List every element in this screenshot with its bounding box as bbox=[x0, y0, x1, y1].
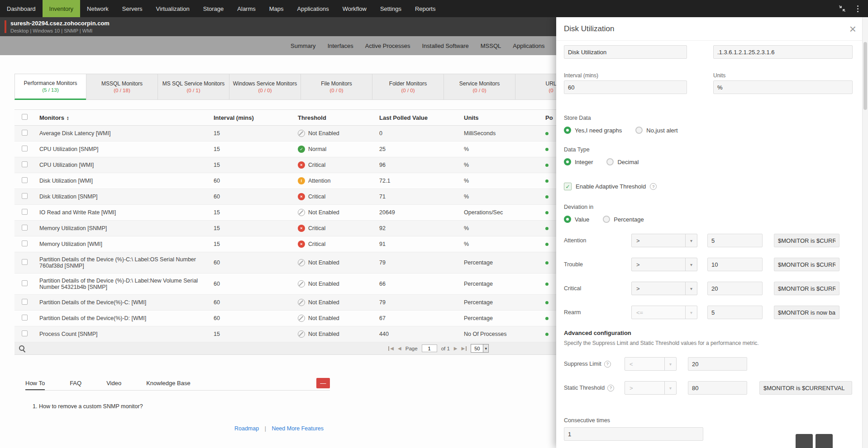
page-size-select[interactable]: 50 ▾ bbox=[471, 344, 489, 353]
monitor-tab-mssql-service[interactable]: MS SQL Service Monitors (0 / 1) bbox=[157, 74, 229, 100]
rearm-value-input[interactable] bbox=[707, 306, 763, 319]
table-row[interactable]: Average Disk Latency [WMI] 15 Not Enable… bbox=[14, 126, 585, 141]
row-checkbox[interactable] bbox=[22, 177, 28, 183]
nav-item-settings[interactable]: Settings bbox=[373, 0, 408, 17]
search-icon[interactable] bbox=[19, 345, 25, 352]
row-checkbox[interactable] bbox=[22, 259, 28, 265]
radio-decimal[interactable]: Decimal bbox=[606, 158, 639, 165]
adaptive-threshold-checkbox[interactable]: ✓ bbox=[564, 183, 572, 190]
monitor-tab-folder[interactable]: Folder Monitors (0 / 0) bbox=[372, 74, 444, 100]
nav-item-storage[interactable]: Storage bbox=[196, 0, 231, 17]
row-checkbox[interactable] bbox=[22, 241, 28, 246]
monitor-tab-performance[interactable]: Performance Monitors (5 / 13) bbox=[14, 74, 86, 100]
nav-item-inventory[interactable]: Inventory bbox=[43, 0, 80, 17]
panel-scrollbar[interactable] bbox=[862, 17, 868, 448]
help-icon[interactable]: ? bbox=[607, 385, 614, 391]
radio-store-no[interactable]: No,just alert bbox=[635, 127, 677, 134]
nav-item-alarms[interactable]: Alarms bbox=[230, 0, 262, 17]
table-row[interactable]: Memory Utilization [WMI] 15 ×Critical 91… bbox=[14, 236, 585, 252]
table-row[interactable]: Partition Details of the Device (%)-C:\ … bbox=[14, 252, 585, 274]
partial-button[interactable] bbox=[816, 434, 833, 448]
nav-item-virtualization[interactable]: Virtualization bbox=[149, 0, 196, 17]
table-row[interactable]: Disk Utilization [SNMP] 60 ×Critical 71 … bbox=[14, 189, 585, 205]
help-icon[interactable]: ? bbox=[650, 183, 657, 190]
radio-store-yes[interactable]: Yes,I need graphs bbox=[564, 127, 622, 134]
scrollbar-thumb[interactable] bbox=[863, 42, 867, 110]
radio-integer[interactable]: Integer bbox=[564, 158, 593, 165]
nav-item-dashboard[interactable]: Dashboard bbox=[0, 0, 43, 17]
nav-item-servers[interactable]: Servers bbox=[115, 0, 149, 17]
monitor-tab-file[interactable]: File Monitors (0 / 0) bbox=[300, 74, 372, 100]
table-row[interactable]: CPU Utilization [SNMP] 15 ✓Normal 25 % bbox=[14, 141, 585, 157]
howto-list-item[interactable]: 1. How to remove a custom SNMP monitor? bbox=[33, 403, 330, 410]
nav-item-workflow[interactable]: Workflow bbox=[336, 0, 373, 17]
static-value-input[interactable] bbox=[688, 381, 747, 395]
table-row[interactable]: Process Count [SNMP] 15 Not Enabled 440 … bbox=[14, 326, 585, 342]
page-tab-installed-software[interactable]: Installed Software bbox=[422, 42, 468, 49]
rearm-message-input[interactable] bbox=[774, 306, 839, 319]
row-checkbox[interactable] bbox=[22, 209, 28, 215]
monitor-tab-mssql[interactable]: MSSQL Monitors (0 / 18) bbox=[86, 74, 158, 100]
nav-item-maps[interactable]: Maps bbox=[262, 0, 291, 17]
page-number-input[interactable] bbox=[422, 344, 437, 352]
need-more-features-link[interactable]: Need More Features bbox=[272, 425, 324, 432]
nav-item-network[interactable]: Network bbox=[80, 0, 115, 17]
table-row[interactable]: Partition Details of the Device(%)-D: [W… bbox=[14, 311, 585, 326]
select-all-checkbox[interactable] bbox=[22, 114, 28, 120]
radio-deviation-percentage[interactable]: Percentage bbox=[603, 216, 644, 223]
table-row[interactable]: Partition Details of the Device (%)-D:\ … bbox=[14, 274, 585, 295]
units-input[interactable] bbox=[713, 80, 853, 94]
table-row[interactable]: Memory Utilization [SNMP] 15 ×Critical 9… bbox=[14, 221, 585, 236]
static-message-input[interactable] bbox=[759, 381, 852, 395]
partial-button[interactable] bbox=[796, 434, 813, 448]
attention-operator-select[interactable]: > ▾ bbox=[631, 234, 697, 247]
monitor-name-input[interactable] bbox=[564, 45, 687, 59]
howto-tab-knowledge-base[interactable]: Knowledge Base bbox=[146, 377, 191, 390]
row-checkbox[interactable] bbox=[22, 161, 28, 167]
trouble-message-input[interactable] bbox=[774, 258, 839, 271]
row-checkbox[interactable] bbox=[22, 280, 28, 286]
page-tab-mssql[interactable]: MSSQL bbox=[481, 42, 501, 49]
attention-value-input[interactable] bbox=[707, 234, 763, 247]
col-header-monitors[interactable]: Monitors▴▾ bbox=[35, 110, 209, 126]
row-checkbox[interactable] bbox=[22, 130, 28, 136]
row-checkbox[interactable] bbox=[22, 330, 28, 336]
next-page-icon[interactable]: ▶ bbox=[454, 346, 458, 351]
sort-icon[interactable]: ▴▾ bbox=[67, 116, 69, 120]
table-row[interactable]: CPU Utilization [WMI] 15 ×Critical 96 % bbox=[14, 157, 585, 173]
consecutive-times-input[interactable] bbox=[564, 427, 703, 441]
howto-tab-howto[interactable]: How To bbox=[25, 377, 45, 390]
nav-item-reports[interactable]: Reports bbox=[408, 0, 443, 17]
radio-deviation-value[interactable]: Value bbox=[564, 216, 589, 223]
monitor-tab-windows-service[interactable]: Windows Service Monitors (0 / 0) bbox=[229, 74, 301, 100]
critical-operator-select[interactable]: > ▾ bbox=[631, 282, 697, 295]
last-page-icon[interactable]: ▶ bbox=[462, 346, 467, 351]
howto-tab-faq[interactable]: FAQ bbox=[70, 377, 81, 390]
first-page-icon[interactable]: ◀ bbox=[388, 346, 394, 351]
roadmap-link[interactable]: Roadmap bbox=[234, 425, 259, 432]
table-row[interactable]: IO Read and Write Rate [WMI] 15 Not Enab… bbox=[14, 205, 585, 221]
collapse-icon[interactable] bbox=[838, 5, 846, 13]
attention-message-input[interactable] bbox=[774, 234, 839, 247]
trouble-value-input[interactable] bbox=[707, 258, 763, 271]
kebab-menu-icon[interactable] bbox=[854, 5, 862, 13]
nav-item-applications[interactable]: Applications bbox=[291, 0, 336, 17]
row-checkbox[interactable] bbox=[22, 146, 28, 151]
row-checkbox[interactable] bbox=[22, 193, 28, 199]
critical-message-input[interactable] bbox=[774, 282, 839, 295]
help-icon[interactable]: ? bbox=[604, 361, 611, 368]
interval-input[interactable] bbox=[564, 80, 687, 94]
critical-value-input[interactable] bbox=[707, 282, 763, 295]
suppress-value-input[interactable] bbox=[688, 357, 747, 371]
row-checkbox[interactable] bbox=[22, 315, 28, 321]
page-tab-applications[interactable]: Applications bbox=[513, 42, 544, 49]
oid-input[interactable] bbox=[713, 45, 853, 59]
table-row[interactable]: Partition Details of the Device(%)-C: [W… bbox=[14, 295, 585, 311]
row-checkbox[interactable] bbox=[22, 225, 28, 231]
prev-page-icon[interactable]: ◀ bbox=[398, 346, 401, 351]
page-tab-active-processes[interactable]: Active Processes bbox=[365, 42, 410, 49]
collapse-howto-button[interactable]: — bbox=[316, 378, 330, 388]
page-tab-summary[interactable]: Summary bbox=[291, 42, 316, 49]
trouble-operator-select[interactable]: > ▾ bbox=[631, 258, 697, 271]
monitor-tab-service[interactable]: Service Monitors (0 / 0) bbox=[444, 74, 515, 100]
